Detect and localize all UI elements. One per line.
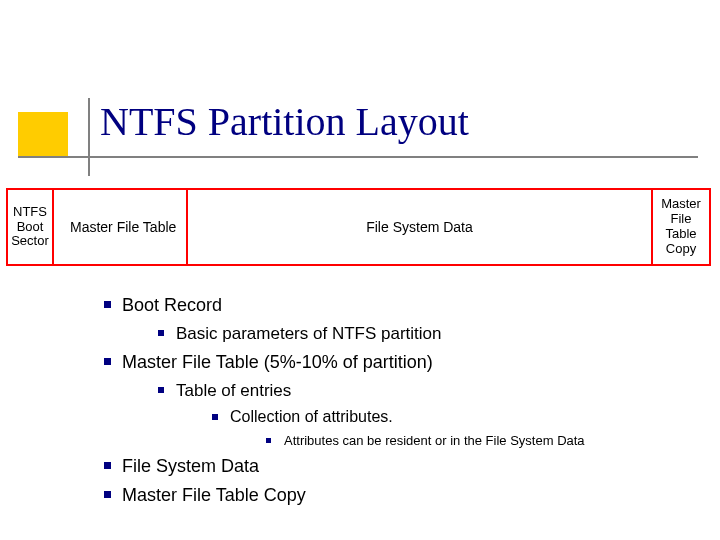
bullet-collection-attrs: Collection of attributes. Attributes can… <box>208 405 700 451</box>
slide: NTFS Partition Layout NTFS Boot Sector M… <box>0 0 720 540</box>
diagram-cell-mft-copy: Master File Table Copy <box>653 190 709 264</box>
bullet-text: Master File Table Copy <box>122 485 306 505</box>
diagram-cell-fs-data: File System Data <box>188 190 653 264</box>
bullet-mft: Master File Table (5%-10% of partition) … <box>100 349 700 451</box>
bullet-mft-copy: Master File Table Copy <box>100 482 700 509</box>
content-body: Boot Record Basic parameters of NTFS par… <box>100 290 700 511</box>
bullet-text: Master File Table (5%-10% of partition) <box>122 352 433 372</box>
bullet-attrs-resident: Attributes can be resident or in the Fil… <box>262 431 700 451</box>
bullet-text: Boot Record <box>122 295 222 315</box>
title-accent-box <box>18 112 68 156</box>
diagram-cell-mft: Master File Table <box>54 190 188 264</box>
title-rule-horizontal <box>18 156 698 158</box>
bullet-table-entries: Table of entries Collection of attribute… <box>154 378 700 451</box>
diagram-cell-boot-sector: NTFS Boot Sector <box>8 190 54 264</box>
title-rule-vertical <box>88 98 90 176</box>
bullet-boot-record: Boot Record Basic parameters of NTFS par… <box>100 292 700 347</box>
bullet-text: Basic parameters of NTFS partition <box>176 324 441 343</box>
bullet-text: Collection of attributes. <box>230 408 393 425</box>
bullet-text: File System Data <box>122 456 259 476</box>
bullet-fs-data: File System Data <box>100 453 700 480</box>
bullet-basic-params: Basic parameters of NTFS partition <box>154 321 700 347</box>
bullet-text: Table of entries <box>176 381 291 400</box>
bullet-text: Attributes can be resident or in the Fil… <box>284 433 585 448</box>
slide-title: NTFS Partition Layout <box>100 98 469 145</box>
partition-diagram: NTFS Boot Sector Master File Table File … <box>6 188 711 266</box>
